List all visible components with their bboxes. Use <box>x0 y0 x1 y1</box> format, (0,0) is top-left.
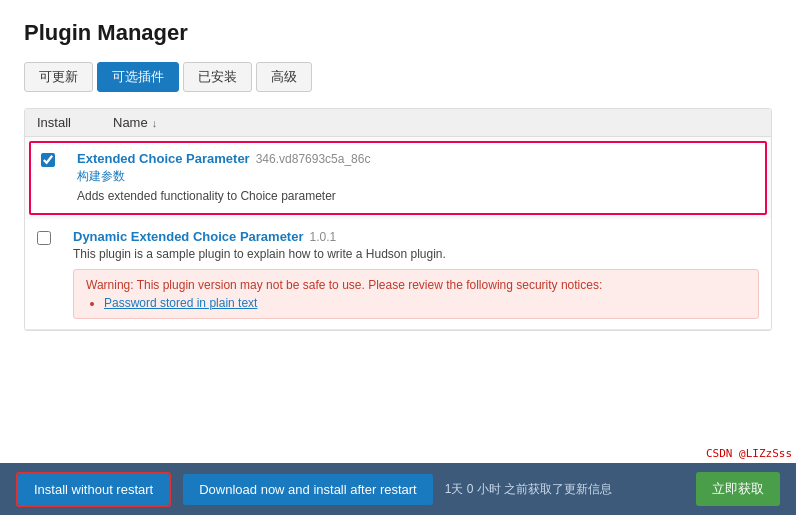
plugin-checkbox-col-2 <box>37 229 73 248</box>
warning-link-1[interactable]: Password stored in plain text <box>104 296 257 310</box>
sort-icon[interactable]: ↓ <box>152 117 158 129</box>
plugin-version-2: 1.0.1 <box>309 230 336 244</box>
plugin-title-1: Extended Choice Parameter 346.vd87693c5a… <box>77 151 755 166</box>
plugin-checkbox-2[interactable] <box>37 231 51 245</box>
plugin-name-2: Dynamic Extended Choice Parameter <box>73 229 303 244</box>
plugin-info-2: Dynamic Extended Choice Parameter 1.0.1 … <box>73 229 759 319</box>
bottom-bar: Install without restart Download now and… <box>0 463 796 515</box>
plugin-desc-1: Adds extended functionality to Choice pa… <box>77 188 755 205</box>
plugin-info-1: Extended Choice Parameter 346.vd87693c5a… <box>77 151 755 205</box>
install-without-restart-button[interactable]: Install without restart <box>18 474 169 505</box>
tab-available[interactable]: 可选插件 <box>97 62 179 92</box>
watermark: CSDN @LIZzSss <box>706 447 792 460</box>
update-status-text: 1天 0 小时 之前获取了更新信息 <box>445 481 684 498</box>
warning-box: Warning: This plugin version may not be … <box>73 269 759 319</box>
tab-updatable[interactable]: 可更新 <box>24 62 93 92</box>
plugin-row-dynamic-choice: Dynamic Extended Choice Parameter 1.0.1 … <box>25 219 771 330</box>
plugin-name-1: Extended Choice Parameter <box>77 151 250 166</box>
plugin-desc-2: This plugin is a sample plugin to explai… <box>73 246 759 263</box>
tab-installed[interactable]: 已安装 <box>183 62 252 92</box>
plugin-version-1: 346.vd87693c5a_86c <box>256 152 371 166</box>
col-name-header: Name ↓ <box>113 115 759 130</box>
table-header: Install Name ↓ <box>25 109 771 137</box>
plugin-row-extended-choice: Extended Choice Parameter 346.vd87693c5a… <box>29 141 767 215</box>
plugin-table: Install Name ↓ Extended Choice Parameter… <box>24 108 772 331</box>
plugin-title-2: Dynamic Extended Choice Parameter 1.0.1 <box>73 229 759 244</box>
install-without-restart-wrapper: Install without restart <box>16 472 171 507</box>
col-name-label: Name <box>113 115 148 130</box>
warning-message: Warning: This plugin version may not be … <box>86 278 602 292</box>
tab-advanced[interactable]: 高级 <box>256 62 312 92</box>
page-title: Plugin Manager <box>24 20 772 46</box>
col-install-header: Install <box>37 115 97 130</box>
tab-bar: 可更新 可选插件 已安装 高级 <box>24 62 772 92</box>
fetch-now-button[interactable]: 立即获取 <box>696 472 780 506</box>
plugin-subname-1: 构建参数 <box>77 168 755 185</box>
plugin-checkbox-1[interactable] <box>41 153 55 167</box>
plugin-checkbox-col-1 <box>41 151 77 170</box>
download-now-button[interactable]: Download now and install after restart <box>183 474 433 505</box>
